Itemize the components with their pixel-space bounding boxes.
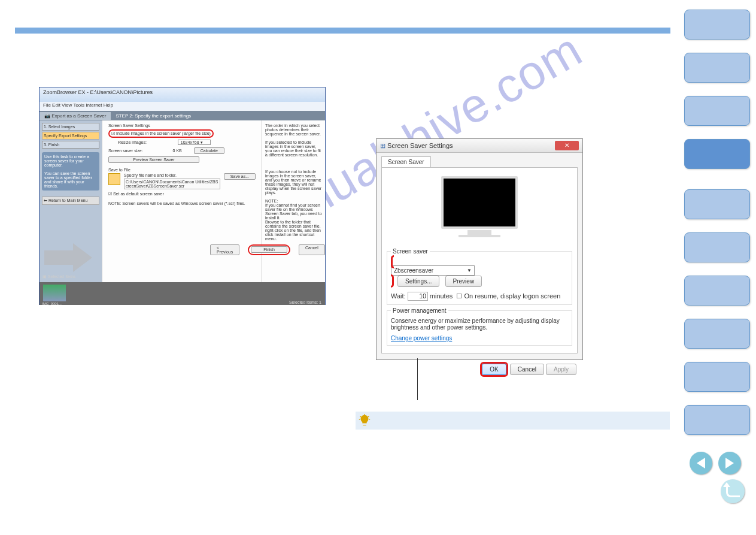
prev-page-button[interactable] [690,452,712,474]
zb-step1[interactable]: 1. Select Images [42,123,99,131]
side-tab-1[interactable] [684,10,750,40]
close-icon[interactable]: ✕ [555,141,579,150]
zb-return-main[interactable]: ⬅ Return to Main Menu [42,197,99,205]
next-page-button[interactable] [718,452,741,474]
side-tab-6[interactable] [684,232,750,262]
zb-section1-title: Screen Saver Settings [108,123,256,128]
zb-hint1: Use this task to create a screen saver f… [42,152,99,191]
ss-group-screensaver: Screen saver Zbscreensaver▼ Settings... … [387,248,572,305]
zb-bottom-tray: ▣ Selected Items IMG_0001... Selected It… [40,282,325,305]
zb-step3[interactable]: 3. Finish [42,141,99,149]
zb-rnote-head: NOTE: [265,199,322,203]
ss-title: Screen Saver Settings [387,142,453,149]
zb-finish-button[interactable]: Finish [251,246,287,253]
zb-thumb-name: IMG_0001... [42,302,62,306]
zb-rtext1: The order in which you select photos det… [265,123,322,136]
zb-rtext3: If you choose not to include images in t… [265,170,322,195]
ss-ok-highlight: OK [480,362,508,377]
ss-screensaver-dropdown[interactable]: Zbscreensaver▼ [391,265,475,276]
ss-settings-button[interactable]: Settings... [397,276,439,287]
zb-path-field[interactable]: C:\Users\CANON\Documents\Canon Utilities… [124,179,220,189]
ss-resume-checkbox[interactable]: ☐ On resume, display logon screen [456,292,560,300]
ss-group2-legend: Power management [391,307,448,314]
zb-menubar[interactable]: File Edit View Tools Internet Help [40,102,325,111]
ss-tab[interactable]: Screen Saver [381,156,431,167]
zb-section2-title: Save to File [108,168,256,172]
side-tab-10[interactable] [684,405,750,435]
zb-note: NOTE: Screen savers will be saved as Win… [108,201,256,205]
callout-line-1 [417,358,418,400]
zb-rtext2: If you selected to include images in the… [265,140,322,157]
zb-preview-button[interactable]: Preview Screen Saver [108,156,199,163]
zb-previous-button[interactable]: < Previous [210,244,239,255]
zb-cancel-button[interactable]: Cancel [299,244,325,255]
zb-size-label: Screen saver size: [108,149,143,153]
ss-pm-link[interactable]: Change power settings [391,335,452,341]
zb-step-header: 📷 Export as a Screen Saver STEP 2: Speci… [40,111,325,120]
zb-titlebar: ZoomBrowser EX - E:\Users\CANON\Pictures [40,87,325,102]
zb-resize-label: Resize images: [118,140,147,144]
ss-wait-unit: minutes [430,292,453,300]
zb-header-right: STEP 2: Specify the export settings [111,112,196,120]
ss-group1-legend: Screen saver [391,248,430,255]
side-tab-9[interactable] [684,362,750,392]
zb-rnote: If you cannot find your screen saver fil… [265,203,322,241]
ss-wait-label: Wait: [391,292,406,300]
side-tab-2[interactable] [684,53,750,83]
zb-savefile-label: Specify file name and folder. [124,173,220,177]
zb-finish-highlight: Finish [248,244,290,255]
zb-status: Selected Items: 1 [289,300,321,304]
task-arrow-graphic [44,240,92,276]
side-tab-5[interactable] [684,189,750,219]
header-divider [15,28,670,34]
return-button[interactable] [721,479,745,503]
zb-include-checkbox[interactable]: ☑ Include images in the screen saver (la… [111,131,211,135]
zb-thumbnail[interactable] [43,285,66,301]
ss-group-power: Power management Conserve energy or maxi… [387,307,572,346]
zb-calculate-button[interactable]: Calculate [194,147,224,154]
zb-step2[interactable]: Specify Export Settings [42,132,99,140]
ss-monitor-preview [435,176,524,242]
side-tab-4-active[interactable] [684,139,750,169]
side-tab-8[interactable] [684,319,750,349]
ss-apply-button: Apply [546,364,576,375]
lightbulb-icon [358,414,371,430]
zb-resize-dropdown[interactable]: 1024x768 ▾ [178,140,211,145]
zoombrowser-window: ZoomBrowser EX - E:\Users\CANON\Pictures… [39,87,326,305]
zb-center-panel: Screen Saver Settings ☑ Include images i… [102,120,262,282]
zb-size-value: 0 KB [173,149,182,153]
side-tab-3[interactable] [684,96,750,126]
ss-pm-text: Conserve energy or maximize performance … [391,318,568,331]
zb-saveas-button[interactable]: Save as... [224,173,256,180]
zb-include-checkbox-highlight: ☑ Include images in the screen saver (la… [108,129,214,138]
hint-box [356,412,670,430]
ss-wait-spinner[interactable]: 10 [408,292,428,301]
ss-ok-button[interactable]: OK [482,364,506,375]
zb-setdefault-checkbox[interactable]: ☑ Set as default screen saver [108,192,256,197]
folder-icon [108,173,120,185]
side-tab-7[interactable] [684,276,750,306]
screensaver-dialog: ⊞ Screen Saver Settings ✕ Screen Saver S… [376,138,583,360]
ss-cancel-button[interactable]: Cancel [510,364,544,375]
zb-header-left: 📷 Export as a Screen Saver [40,112,111,120]
zb-selected-label: ▣ Selected Items [42,274,75,279]
zb-right-panel: The order in which you select photos det… [262,120,325,282]
ss-preview-button[interactable]: Preview [445,276,482,287]
zb-left-panel: 1. Select Images Specify Export Settings… [40,120,102,282]
